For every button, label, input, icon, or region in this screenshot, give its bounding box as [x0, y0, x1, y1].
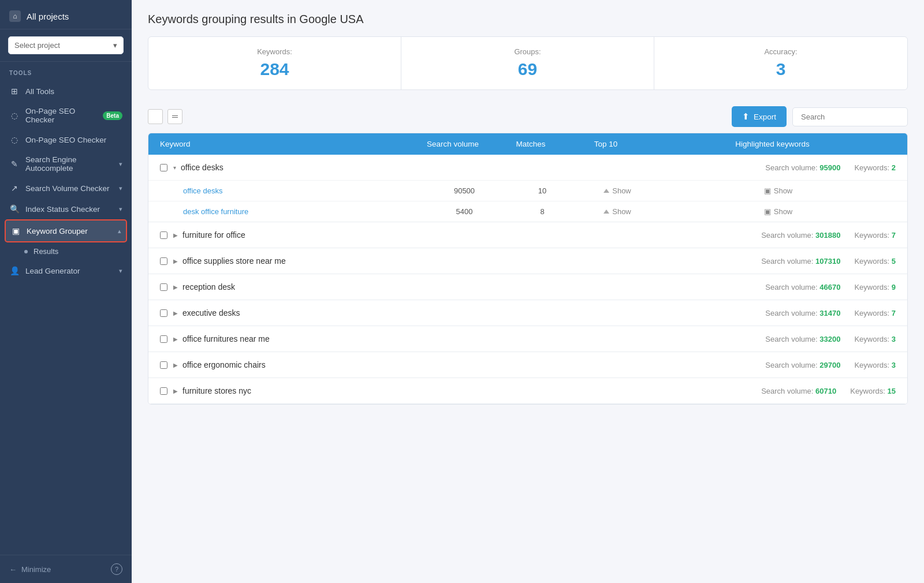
sort-button[interactable] — [167, 109, 182, 124]
sidebar-sub-results[interactable]: Results — [0, 242, 132, 260]
group-checkbox-furniture-for-office[interactable] — [160, 231, 167, 239]
group-row-ergonomic-chairs: ▶ office ergonomic chairs Search volume:… — [148, 352, 907, 378]
keyword-link[interactable]: office desks — [183, 186, 418, 195]
image-icon: ▣ — [764, 186, 771, 195]
sidebar-item-volume-checker[interactable]: ↗ Search Volume Checker ▾ — [0, 178, 132, 199]
help-icon[interactable]: ? — [111, 563, 122, 575]
group-meta-office-desks: Search volume: 95900 Keywords: 2 — [765, 163, 896, 172]
group-row-office-supplies: ▶ office supplies store near me Search v… — [148, 248, 907, 274]
arrow-left-icon: ← — [9, 565, 17, 574]
sv-label: Search volume: 301880 — [761, 231, 840, 240]
sv-label: Search volume: 31470 — [765, 309, 840, 317]
th-matches: Matches — [499, 140, 562, 148]
chevron-up-icon: ▴ — [118, 227, 121, 235]
group-meta: Search volume: 33200 Keywords: 3 — [765, 335, 896, 343]
group-checkbox-office-supplies[interactable] — [160, 257, 167, 265]
kw-matches: 10 — [511, 186, 574, 195]
sv-label: Search volume: 60710 — [761, 387, 836, 395]
accuracy-label: Accuracy: — [666, 47, 896, 56]
kw-value: 2 — [892, 163, 896, 172]
image-icon2: ▣ — [764, 207, 771, 216]
group-header-office-furnitures-near-me[interactable]: ▶ office furnitures near me Search volum… — [148, 326, 907, 352]
accuracy-value: 3 — [666, 59, 896, 79]
all-projects-nav[interactable]: ⌂ All projects — [0, 0, 132, 29]
dot-icon — [24, 250, 28, 253]
sidebar-item-index-status[interactable]: 🔍 Index Status Checker ▾ — [0, 199, 132, 219]
expand-icon[interactable]: ▶ — [173, 336, 178, 342]
group-header-furniture-for-office[interactable]: ▶ furniture for office Search volume: 30… — [148, 222, 907, 248]
group-checkbox-office-desks[interactable] — [160, 164, 167, 171]
search-input[interactable] — [792, 107, 908, 126]
kw-volume: 90500 — [418, 186, 511, 195]
export-button[interactable]: ⬆ Export — [732, 106, 787, 127]
sidebar: ⌂ All projects Select project ▾ TOOLS ⊞ … — [0, 0, 132, 583]
highlighted-show-btn[interactable]: ▣ Show — [661, 186, 896, 195]
group-checkbox-ergonomic-chairs[interactable] — [160, 361, 167, 369]
expand-icon-office-desks[interactable]: ▾ — [173, 165, 176, 171]
group-header-reception-desk[interactable]: ▶ reception desk Search volume: 46670 Ke… — [148, 274, 907, 300]
project-select-label: Select project — [14, 41, 60, 50]
nav-item-label: Search Volume Checker — [25, 184, 110, 193]
kw-value: 5 — [892, 257, 896, 266]
group-checkbox-executive-desks[interactable] — [160, 309, 167, 317]
nav-item-label: Keyword Grouper — [27, 227, 88, 236]
chevron-right-icon: ▾ — [119, 160, 122, 168]
kw-value: 15 — [888, 387, 896, 395]
index-icon: 🔍 — [9, 204, 20, 214]
group-meta: Search volume: 31470 Keywords: 7 — [765, 309, 896, 317]
minimize-button[interactable]: ← Minimize — [9, 565, 51, 574]
select-all-checkbox[interactable] — [148, 109, 163, 124]
group-meta: Search volume: 29700 Keywords: 3 — [765, 361, 896, 369]
keywords-label: Keywords: — [160, 47, 389, 56]
sv-value: 301880 — [815, 231, 840, 240]
kw-value: 9 — [892, 283, 896, 292]
kw-label: Keywords: 15 — [850, 387, 896, 395]
group-meta: Search volume: 107310 Keywords: 5 — [761, 257, 896, 266]
sidebar-item-autocomplete[interactable]: ✎ Search Engine Autocomplete ▾ — [0, 150, 132, 178]
expand-icon[interactable]: ▶ — [173, 284, 178, 290]
expand-icon[interactable]: ▶ — [173, 232, 178, 238]
expand-icon[interactable]: ▶ — [173, 388, 178, 394]
top10-show-btn2[interactable]: Show — [574, 207, 661, 216]
group-name: reception desk — [182, 282, 765, 292]
sidebar-item-lead-generator[interactable]: 👤 Lead Generator ▾ — [0, 260, 132, 281]
sidebar-item-onpage-seo-beta[interactable]: ◌ On-Page SEO Checker Beta — [0, 102, 132, 129]
group-header-furniture-stores-nyc[interactable]: ▶ furniture stores nyc Search volume: 60… — [148, 378, 907, 403]
group-header-office-desks[interactable]: ▾ office desks Search volume: 95900 Keyw… — [148, 155, 907, 180]
group-row-office-desks: ▾ office desks Search volume: 95900 Keyw… — [148, 155, 907, 222]
group-header-office-supplies[interactable]: ▶ office supplies store near me Search v… — [148, 248, 907, 274]
toolbar: ⬆ Export — [148, 100, 908, 133]
chevron-right-icon3: ▾ — [119, 205, 122, 213]
sv-value: 33200 — [819, 335, 840, 343]
all-projects-label: All projects — [27, 12, 69, 21]
kw-value: 3 — [892, 361, 896, 369]
expand-icon[interactable]: ▶ — [173, 258, 178, 264]
group-row-furniture-for-office: ▶ furniture for office Search volume: 30… — [148, 222, 907, 248]
sidebar-item-onpage-seo[interactable]: ◌ On-Page SEO Checker — [0, 129, 132, 150]
expand-icon[interactable]: ▶ — [173, 310, 178, 316]
export-icon: ⬆ — [742, 111, 750, 122]
main-content: Keywords grouping results in Google USA … — [132, 0, 924, 583]
group-header-ergonomic-chairs[interactable]: ▶ office ergonomic chairs Search volume:… — [148, 352, 907, 378]
group-checkbox-reception-desk[interactable] — [160, 283, 167, 291]
group-header-executive-desks[interactable]: ▶ executive desks Search volume: 31470 K… — [148, 300, 907, 326]
group-name: furniture for office — [182, 230, 761, 240]
th-top10: Top 10 — [562, 140, 649, 148]
stat-accuracy: Accuracy: 3 — [654, 37, 907, 89]
sv-label: Search volume: 33200 — [765, 335, 840, 343]
home-icon: ⌂ — [9, 10, 21, 22]
stats-row: Keywords: 284 Groups: 69 Accuracy: 3 — [148, 36, 908, 90]
group-checkbox-office-furnitures[interactable] — [160, 335, 167, 343]
group-row-office-furnitures-near-me: ▶ office furnitures near me Search volum… — [148, 326, 907, 352]
sidebar-item-all-tools[interactable]: ⊞ All Tools — [0, 81, 132, 102]
highlighted-show-btn2[interactable]: ▣ Show — [661, 207, 896, 216]
expand-icon[interactable]: ▶ — [173, 362, 178, 368]
keywords-value: 284 — [160, 59, 389, 79]
arrow-up-icon — [603, 189, 609, 193]
sidebar-item-keyword-grouper[interactable]: ▣ Keyword Grouper ▴ — [5, 219, 127, 242]
kw-label: Keywords: 7 — [854, 309, 896, 317]
keyword-link2[interactable]: desk office furniture — [183, 207, 418, 216]
group-checkbox-furniture-stores-nyc[interactable] — [160, 387, 167, 395]
top10-show-btn[interactable]: Show — [574, 186, 661, 195]
project-select-dropdown[interactable]: Select project ▾ — [8, 36, 124, 54]
